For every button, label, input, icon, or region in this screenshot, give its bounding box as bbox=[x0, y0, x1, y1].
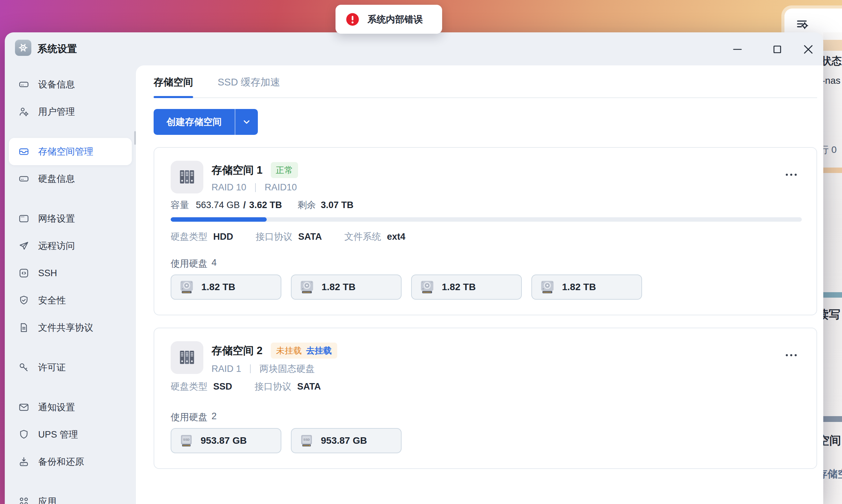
attr-label: 文件系统 bbox=[344, 231, 381, 243]
sidebar-item-user-management[interactable]: 用户管理 bbox=[9, 98, 132, 125]
bg-status-text: 状态 bbox=[823, 54, 842, 68]
volume-card-1: 存储空间 1 正常 RAID 10 RAID10 容量 563.74 GB / bbox=[154, 147, 817, 315]
volume-1-more-button[interactable] bbox=[785, 173, 797, 176]
ssh-icon bbox=[18, 268, 29, 279]
sidebar-item-ups[interactable]: UPS 管理 bbox=[9, 421, 132, 448]
bg-beige-bar-mid bbox=[823, 168, 842, 173]
attr-value: ext4 bbox=[387, 232, 405, 242]
ssd-icon: SSD bbox=[179, 433, 194, 448]
toast-message: 系统内部错误 bbox=[368, 13, 423, 26]
disk-chip[interactable]: SSD 953.87 GB bbox=[171, 428, 281, 453]
sidebar-item-file-sharing[interactable]: 文件共享协议 bbox=[9, 314, 132, 341]
sidebar-item-security[interactable]: 安全性 bbox=[9, 287, 132, 314]
svg-text:SSD: SSD bbox=[183, 438, 190, 441]
attr-label: 接口协议 bbox=[256, 231, 293, 243]
error-icon bbox=[346, 13, 359, 26]
sidebar-item-label: 通知设置 bbox=[38, 401, 75, 413]
ssd-icon: SSD bbox=[299, 433, 314, 448]
sidebar: 设备信息 用户管理 存储空间管理 bbox=[5, 65, 136, 504]
notifications-mail-icon bbox=[18, 402, 29, 413]
sidebar-group: 通知设置 UPS 管理 备份和还原 bbox=[5, 394, 136, 475]
hdd-icon bbox=[419, 279, 435, 295]
sidebar-item-apps[interactable]: 应用 bbox=[9, 488, 132, 504]
bg-space-text: 空间 bbox=[823, 433, 841, 448]
disk-size: 1.82 TB bbox=[322, 282, 356, 293]
capacity-used: 563.74 GB bbox=[196, 200, 240, 210]
sidebar-item-label: 备份和还原 bbox=[38, 456, 84, 468]
sidebar-item-label: 用户管理 bbox=[38, 106, 75, 118]
sidebar-group: 许可证 bbox=[5, 354, 136, 381]
disks-used-label: 使用硬盘 bbox=[171, 411, 207, 423]
sidebar-item-storage-management[interactable]: 存储空间管理 bbox=[9, 138, 132, 165]
chevron-down-icon bbox=[241, 117, 252, 127]
volume-card-2: 存储空间 2 未挂载 去挂载 RAID 1 两块固态硬盘 bbox=[154, 328, 817, 469]
maximize-button[interactable] bbox=[770, 42, 785, 57]
sidebar-item-notifications[interactable]: 通知设置 bbox=[9, 394, 132, 421]
sidebar-item-disk-info[interactable]: 硬盘信息 bbox=[9, 165, 132, 192]
desktop: 状态 -nas 行 0 读写 空间 存储空 bbox=[0, 0, 842, 504]
tab-ssd-cache[interactable]: SSD 缓存加速 bbox=[218, 76, 280, 97]
sidebar-item-label: 许可证 bbox=[38, 361, 66, 374]
backup-restore-icon bbox=[18, 456, 29, 467]
create-volume-button[interactable]: 创建存储空间 bbox=[154, 109, 258, 135]
remaining-label: 剩余 bbox=[298, 199, 316, 211]
sidebar-item-label: SSH bbox=[38, 268, 57, 279]
settings-window: 系统设置 设备信息 bbox=[5, 32, 823, 504]
disk-size: 953.87 GB bbox=[321, 435, 367, 446]
disk-size: 953.87 GB bbox=[201, 435, 247, 446]
file-sharing-icon bbox=[18, 322, 29, 333]
hdd-icon bbox=[179, 279, 194, 295]
tab-storage[interactable]: 存储空间 bbox=[154, 76, 193, 97]
sidebar-item-device-info[interactable]: 设备信息 bbox=[9, 71, 132, 98]
bg-hostname-text: -nas bbox=[823, 75, 840, 86]
remaining-value: 3.07 TB bbox=[321, 200, 354, 210]
disk-chip[interactable]: SSD 953.87 GB bbox=[291, 428, 402, 453]
volume-status-badge: 正常 bbox=[271, 162, 298, 178]
sidebar-group: 设备信息 用户管理 bbox=[5, 71, 136, 125]
capacity-label: 容量 bbox=[171, 199, 189, 211]
sidebar-item-label: 存储空间管理 bbox=[38, 145, 93, 158]
license-key-icon bbox=[18, 362, 29, 373]
device-info-icon bbox=[18, 79, 29, 90]
create-volume-label: 创建存储空间 bbox=[154, 109, 235, 135]
bg-slate-bar bbox=[823, 416, 842, 422]
sidebar-item-label: 文件共享协议 bbox=[38, 321, 93, 334]
hdd-icon bbox=[299, 279, 315, 295]
create-volume-dropdown[interactable] bbox=[235, 109, 258, 135]
disk-chip[interactable]: 1.82 TB bbox=[411, 274, 522, 300]
disk-chip[interactable]: 1.82 TB bbox=[531, 274, 642, 300]
volume-status-badge: 未挂载 去挂载 bbox=[271, 343, 337, 359]
volume-detail: 两块固态硬盘 bbox=[260, 363, 315, 375]
sidebar-group: 应用 bbox=[5, 488, 136, 504]
sidebar-item-license[interactable]: 许可证 bbox=[9, 354, 132, 381]
attr-value: SATA bbox=[298, 232, 322, 242]
volume-2-more-button[interactable] bbox=[785, 353, 797, 357]
disk-chip[interactable]: 1.82 TB bbox=[171, 274, 281, 300]
sidebar-item-remote-access[interactable]: 远程访问 bbox=[9, 232, 132, 259]
mount-action-link[interactable]: 去挂载 bbox=[306, 345, 332, 356]
volume-raid: RAID 10 bbox=[212, 182, 246, 193]
filter-settings-icon[interactable] bbox=[795, 17, 809, 31]
minimize-button[interactable] bbox=[730, 42, 745, 57]
sidebar-item-label: 网络设置 bbox=[38, 212, 75, 225]
attr-label: 硬盘类型 bbox=[171, 231, 207, 243]
sidebar-item-label: 安全性 bbox=[38, 294, 66, 306]
titlebar: 系统设置 bbox=[5, 32, 823, 65]
sidebar-item-network-settings[interactable]: 网络设置 bbox=[9, 205, 132, 232]
divider bbox=[255, 183, 256, 192]
close-button[interactable] bbox=[801, 42, 816, 57]
sidebar-item-label: 远程访问 bbox=[38, 240, 75, 252]
bg-beige-bar-top bbox=[823, 40, 842, 51]
sidebar-item-label: UPS 管理 bbox=[38, 428, 78, 441]
volume-name: 存储空间 1 bbox=[212, 163, 263, 177]
attr-value: SATA bbox=[297, 381, 321, 392]
sidebar-item-ssh[interactable]: SSH bbox=[9, 259, 132, 287]
volume-raid: RAID 1 bbox=[212, 364, 241, 374]
disks-used-label: 使用硬盘 bbox=[171, 257, 207, 270]
sidebar-item-backup-restore[interactable]: 备份和还原 bbox=[9, 448, 132, 475]
disk-size: 1.82 TB bbox=[201, 282, 235, 293]
bg-storage-text: 存储空 bbox=[823, 467, 842, 481]
ups-shield-icon bbox=[18, 429, 29, 440]
disk-chip[interactable]: 1.82 TB bbox=[291, 274, 402, 300]
hdd-icon bbox=[540, 279, 555, 295]
